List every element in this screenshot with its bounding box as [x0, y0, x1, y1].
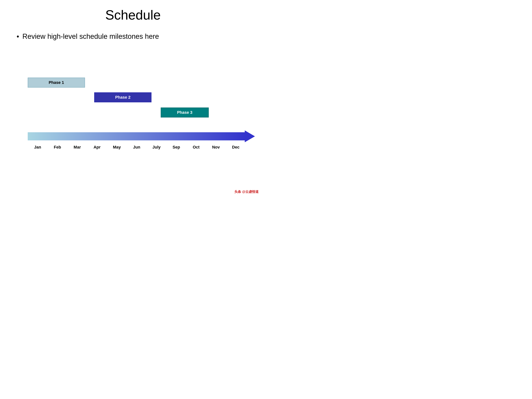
month-mar: Mar [67, 145, 87, 150]
month-oct: Oct [186, 145, 206, 150]
month-jan: Jan [28, 145, 47, 150]
timeline-arrow [28, 132, 255, 140]
gantt-container: Phase 1 Phase 2 Phase 3 Jan Feb Mar Apr … [17, 78, 255, 152]
bullet-section: • Review high-level schedule milestones … [0, 28, 266, 41]
months-row: Jan Feb Mar Apr May Jun July Sep Oct Nov… [28, 145, 246, 150]
page-title: Schedule [0, 0, 266, 28]
timeline-arrowhead [245, 130, 255, 142]
phase3-bar: Phase 3 [161, 108, 209, 117]
timeline-bar [28, 132, 246, 140]
phase3-label: Phase 3 [177, 110, 192, 115]
phase1-bar: Phase 1 [28, 78, 85, 88]
bullet-text: Review high-level schedule milestones he… [22, 32, 159, 41]
month-jun: Jun [127, 145, 146, 150]
phase2-bar: Phase 2 [94, 92, 152, 102]
month-nov: Nov [206, 145, 226, 150]
phase1-label: Phase 1 [49, 80, 64, 85]
watermark: 头条 @云虚悟道 [234, 190, 259, 194]
month-sep: Sep [166, 145, 186, 150]
bullet-item: • Review high-level schedule milestones … [17, 32, 266, 41]
phase2-label: Phase 2 [115, 95, 130, 100]
month-may: May [107, 145, 127, 150]
month-feb: Feb [47, 145, 67, 150]
month-apr: Apr [87, 145, 107, 150]
month-dec: Dec [226, 145, 246, 150]
bullet-dot: • [17, 32, 19, 41]
month-july: July [147, 145, 166, 150]
